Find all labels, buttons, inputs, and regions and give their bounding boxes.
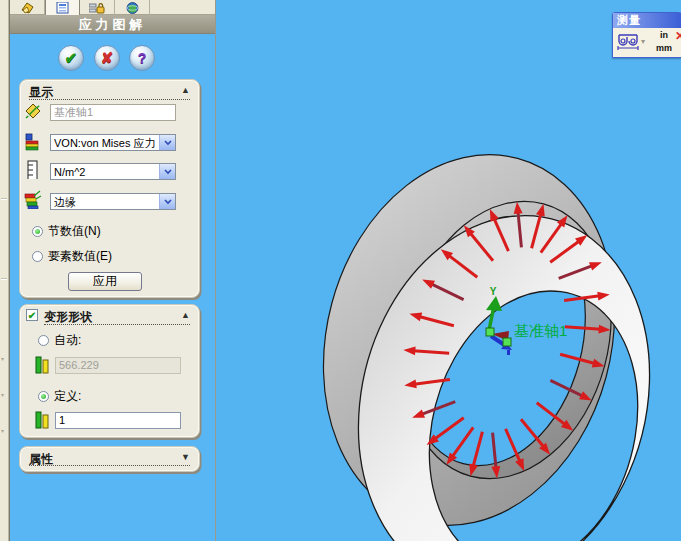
- radio-icon[interactable]: [32, 226, 43, 237]
- stress-component-combo[interactable]: VON:von Mises 应力: [50, 134, 176, 151]
- chevron-down-icon[interactable]: ▾: [641, 37, 645, 46]
- measure-toolbar: 测量 ▾ in mm ✕: [612, 12, 681, 58]
- auto-label: 自动:: [54, 332, 81, 349]
- dropdown-button[interactable]: [159, 194, 175, 209]
- units-indicator[interactable]: in mm: [653, 29, 675, 55]
- chevron-down-icon: ▾: [1, 356, 4, 362]
- units-combo[interactable]: N/m^2: [50, 163, 176, 180]
- collapse-arrow-icon[interactable]: ▲: [181, 85, 190, 95]
- scale-factor-icon: [34, 410, 52, 429]
- node-values-label: 节数值(N): [48, 223, 101, 240]
- deformed-shape-header[interactable]: 变形形状 ▲: [44, 309, 190, 323]
- deformed-shape-label: 变形形状: [44, 310, 92, 324]
- chevron-down-icon: ▾: [1, 428, 4, 434]
- dropdown-button[interactable]: [159, 135, 175, 150]
- ok-button[interactable]: ✔: [58, 45, 84, 71]
- tab-propertymanager[interactable]: [45, 0, 80, 15]
- defined-scale-input[interactable]: 1: [55, 412, 181, 429]
- apply-button[interactable]: 应用: [68, 272, 142, 291]
- help-button[interactable]: ?: [129, 45, 155, 71]
- element-values-radio-row[interactable]: 要素数值(E): [32, 249, 112, 263]
- cancel-button[interactable]: ✘: [94, 45, 120, 71]
- web-globe-icon: [126, 2, 139, 14]
- properties-group-header[interactable]: 属性 ▼: [29, 451, 190, 465]
- unit-mm-label: mm: [653, 42, 675, 55]
- triad-handle[interactable]: [503, 338, 511, 346]
- property-manager-panel: 应力图解 ✔ ✘ ? 显示 ▲ 基准轴1: [9, 0, 216, 541]
- axis-reference-input[interactable]: 基准轴1: [50, 104, 176, 121]
- chevron-down-icon: [164, 169, 172, 175]
- datum-axis-label[interactable]: 基准轴1: [514, 322, 567, 339]
- chevron-down-icon: ▾: [1, 392, 4, 398]
- y-axis-label: Y: [490, 286, 497, 297]
- question-icon: ?: [138, 46, 147, 70]
- node-values-radio-row[interactable]: 节数值(N): [32, 224, 101, 238]
- element-values-label: 要素数值(E): [48, 248, 112, 265]
- fringe-options-icon: [24, 190, 42, 209]
- unit-in-label: in: [653, 29, 675, 42]
- display-group-label: 显示: [29, 85, 53, 99]
- units-ruler-icon: [26, 160, 44, 179]
- radio-icon[interactable]: [38, 391, 49, 402]
- solidworks-window: ▾ ▾ ▾: [0, 0, 681, 541]
- chevron-down-icon: [164, 199, 172, 205]
- stress-component-value: VON:von Mises 应力: [54, 136, 157, 150]
- divider: [1, 278, 7, 279]
- axis-icon: [24, 102, 42, 121]
- panel-action-buttons: ✔ ✘ ?: [10, 44, 215, 74]
- radio-icon[interactable]: [38, 335, 49, 346]
- units-value: N/m^2: [54, 165, 157, 179]
- divider: [29, 465, 190, 466]
- configuration-lock-icon: [89, 2, 105, 14]
- panel-tabstrip: [10, 0, 215, 15]
- display-group: 显示 ▲ 基准轴1 VON:von Mises 应力: [19, 79, 200, 298]
- close-icon: ✘: [101, 46, 114, 70]
- check-icon: ✔: [65, 46, 78, 70]
- properties-group: 属性 ▼: [19, 446, 200, 472]
- defined-label: 定义:: [54, 388, 81, 405]
- viewport-3d[interactable]: Y 基准轴1 测量 ▾ in: [216, 0, 681, 541]
- deformed-shape-group: ✔ 变形形状 ▲ 自动: 566.229 定义:: [19, 304, 200, 438]
- propertymanager-icon: [56, 2, 69, 14]
- tab-configurations[interactable]: [80, 0, 115, 15]
- divider: [44, 324, 190, 325]
- ring-model: Y 基准轴1: [216, 0, 681, 541]
- dropdown-button[interactable]: [159, 164, 175, 179]
- scale-factor-icon: [34, 355, 52, 374]
- close-icon[interactable]: ✕: [675, 29, 681, 43]
- collapse-arrow-icon[interactable]: ▼: [181, 452, 190, 462]
- properties-label: 属性: [29, 452, 53, 466]
- tab-web[interactable]: [115, 0, 150, 15]
- featuremanager-icon: [21, 2, 34, 14]
- defined-radio-row[interactable]: 定义:: [38, 389, 81, 403]
- measure-toolbar-body: ▾ in mm ✕: [613, 28, 681, 57]
- auto-radio-row[interactable]: 自动:: [38, 333, 81, 347]
- left-toolbar-strip: ▾ ▾ ▾: [0, 0, 9, 541]
- display-group-header[interactable]: 显示 ▲: [29, 84, 190, 98]
- boundary-value: 边缘: [54, 195, 157, 209]
- panel-title: 应力图解: [10, 15, 215, 34]
- boundary-combo[interactable]: 边缘: [50, 193, 176, 210]
- auto-scale-input: 566.229: [55, 357, 181, 374]
- measure-caliper-icon[interactable]: [616, 31, 640, 53]
- deformed-shape-checkbox[interactable]: ✔: [26, 309, 38, 321]
- tab-featuremanager[interactable]: [10, 0, 45, 15]
- stress-plot-icon: [24, 132, 42, 151]
- chevron-down-icon: [164, 140, 172, 146]
- collapse-arrow-icon[interactable]: ▲: [181, 310, 190, 320]
- divider: [29, 99, 190, 100]
- radio-icon[interactable]: [32, 251, 43, 262]
- divider: [1, 198, 7, 199]
- triad-handle[interactable]: [486, 328, 494, 336]
- measure-toolbar-title[interactable]: 测量: [613, 13, 681, 28]
